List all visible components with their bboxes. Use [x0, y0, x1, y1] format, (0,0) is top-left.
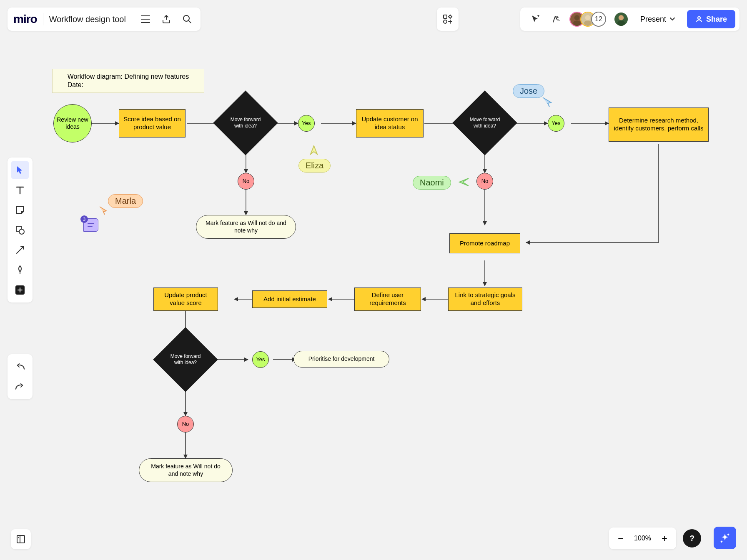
- node-start[interactable]: Review new ideas: [53, 104, 92, 142]
- node-link[interactable]: Link to strategic goals and efforts: [448, 288, 522, 311]
- cursor-marla-icon: [99, 206, 108, 215]
- node-determine[interactable]: Determine research method, identify cust…: [609, 108, 709, 142]
- node-prioritise[interactable]: Prioritise for development: [293, 351, 389, 368]
- cursor-eliza-icon: [309, 145, 318, 156]
- cursor-marla: Marla: [108, 194, 143, 208]
- canvas[interactable]: Workflow diagram: Defining new features …: [0, 0, 747, 560]
- note-line1: Workflow diagram: Defining new features: [68, 72, 189, 81]
- node-define[interactable]: Define user requirements: [354, 288, 421, 311]
- comment-count-badge: 3: [80, 215, 88, 223]
- node-decision3[interactable]: Move forward with idea?: [153, 327, 218, 392]
- cursor-jose: Jose: [513, 84, 544, 98]
- title-note[interactable]: Workflow diagram: Defining new features …: [52, 69, 204, 93]
- comment-bubble[interactable]: 3: [83, 218, 98, 232]
- node-score[interactable]: Score idea based on product value: [119, 109, 185, 138]
- node-add-est[interactable]: Add initial estimate: [252, 290, 327, 308]
- node-mark1[interactable]: Mark feature as Will not do and note why: [196, 215, 296, 239]
- cursor-jose-icon: [542, 97, 552, 107]
- node-update-score[interactable]: Update product value score: [153, 288, 218, 311]
- node-yes1[interactable]: Yes: [298, 115, 315, 132]
- node-no1[interactable]: No: [238, 173, 254, 190]
- cursor-naomi-icon: [459, 178, 469, 187]
- cursor-eliza: Eliza: [298, 159, 331, 172]
- node-promote[interactable]: Promote roadmap: [449, 233, 520, 253]
- node-no3[interactable]: No: [177, 416, 194, 432]
- node-update-customer[interactable]: Update customer on idea status: [356, 109, 424, 138]
- node-decision2[interactable]: Move forward with idea?: [452, 90, 517, 155]
- node-yes3[interactable]: Yes: [252, 351, 269, 368]
- note-line2: Date:: [68, 81, 189, 89]
- node-mark2[interactable]: Mark feature as Will not do and note why: [139, 458, 233, 482]
- node-yes2[interactable]: Yes: [548, 115, 564, 132]
- comment-lines-icon: [87, 222, 95, 228]
- node-no2[interactable]: No: [476, 173, 493, 190]
- cursor-naomi: Naomi: [413, 176, 451, 190]
- node-decision1[interactable]: Move forward with idea?: [213, 90, 278, 155]
